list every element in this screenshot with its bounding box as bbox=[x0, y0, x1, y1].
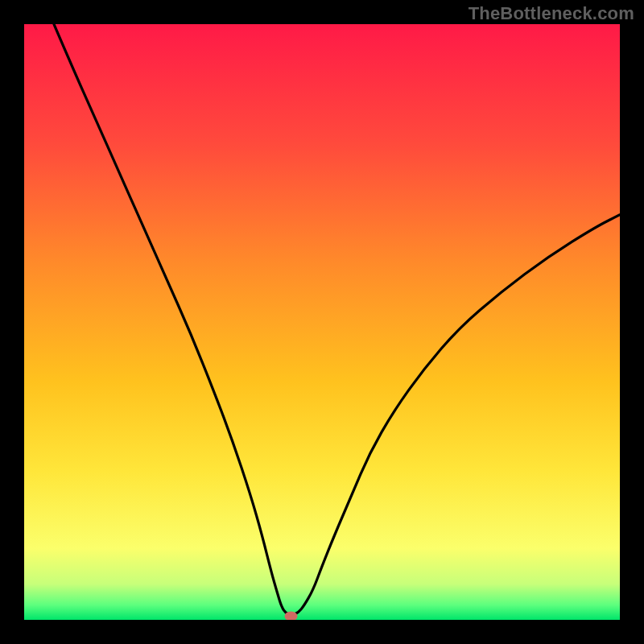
plot-svg bbox=[24, 24, 620, 620]
chart-frame: TheBottleneck.com bbox=[0, 0, 644, 644]
watermark-text: TheBottleneck.com bbox=[469, 3, 634, 24]
gradient-background bbox=[24, 24, 620, 620]
plot-area bbox=[24, 24, 620, 620]
